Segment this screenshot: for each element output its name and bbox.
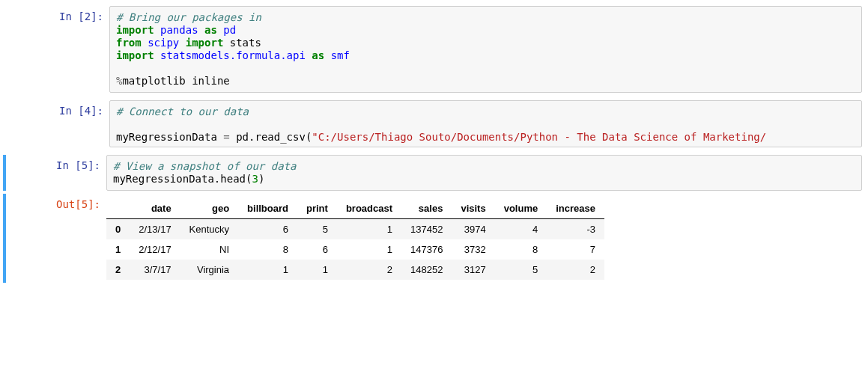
- kw-import: import: [116, 49, 154, 61]
- table-corner: [106, 198, 130, 219]
- code-cell-5[interactable]: In [5]: # View a snapshot of our data my…: [3, 155, 862, 191]
- table-row: 0 2/13/17 Kentucky 6 5 1 137452 3974 4 -…: [106, 219, 604, 240]
- comment: # View a snapshot of our data: [113, 160, 296, 172]
- code-input-area[interactable]: # View a snapshot of our data myRegressi…: [106, 155, 862, 191]
- row-index: 1: [106, 239, 130, 260]
- cell-date: 2/13/17: [130, 219, 180, 240]
- cell-sales: 137452: [401, 219, 452, 240]
- dataframe-table: date geo billboard print broadcast sales…: [106, 198, 604, 280]
- kw-import: import: [116, 24, 154, 36]
- code-scroll[interactable]: # Connect to our data myRegressionData =…: [116, 105, 855, 147]
- kw-as: as: [204, 24, 217, 36]
- output-cell-5: Out[5]: date geo billboard print broadca…: [3, 194, 862, 283]
- module-stats: stats: [230, 37, 261, 49]
- cell-volume: 5: [495, 260, 547, 280]
- magic-arg: inline: [186, 75, 230, 87]
- notebook: In [2]: # Bring our packages in import p…: [0, 0, 868, 296]
- module-pandas: pandas: [160, 24, 198, 36]
- cell-volume: 8: [495, 239, 547, 260]
- paren-close: ): [258, 173, 264, 185]
- table-row: 1 2/12/17 NI 8 6 1 147376 3732 8 7: [106, 239, 604, 260]
- code-input-area[interactable]: # Bring our packages in import pandas as…: [109, 6, 862, 93]
- cell-visits: 3127: [452, 260, 494, 280]
- output-prompt: Out[5]:: [6, 194, 106, 283]
- code-content: # View a snapshot of our data myRegressi…: [113, 160, 855, 186]
- kw-from: from: [116, 37, 142, 49]
- comment: # Bring our packages in: [116, 11, 261, 23]
- cell-increase: -3: [547, 219, 604, 240]
- cell-visits: 3974: [452, 219, 494, 240]
- fn-read-csv: pd.read_csv(: [230, 131, 312, 143]
- comment: # Connect to our data: [116, 105, 249, 117]
- code-cell-4[interactable]: In [4]: # Connect to our data myRegressi…: [6, 100, 862, 147]
- row-index: 2: [106, 260, 130, 280]
- cell-sales: 148252: [401, 260, 452, 280]
- col-visits: visits: [452, 198, 494, 219]
- code-content: # Bring our packages in import pandas as…: [116, 11, 855, 88]
- cell-visits: 3732: [452, 239, 494, 260]
- col-billboard: billboard: [238, 198, 297, 219]
- col-increase: increase: [547, 198, 604, 219]
- file-path-string: "C:/Users/Thiago Souto/Documents/Python …: [312, 131, 766, 143]
- cell-date: 2/12/17: [130, 239, 180, 260]
- cell-billboard: 8: [238, 239, 297, 260]
- cell-broadcast: 2: [337, 260, 401, 280]
- code-content: # Connect to our data myRegressionData =…: [116, 105, 855, 147]
- cell-increase: 2: [547, 260, 604, 280]
- cell-geo: Kentucky: [180, 219, 238, 240]
- input-prompt: In [5]:: [6, 155, 106, 191]
- cell-print: 6: [297, 239, 337, 260]
- var-name: myRegressionData: [116, 131, 223, 143]
- input-prompt: In [4]:: [6, 100, 109, 147]
- cell-sales: 147376: [401, 239, 452, 260]
- module-scipy: scipy: [148, 37, 179, 49]
- code-cell-2[interactable]: In [2]: # Bring our packages in import p…: [6, 6, 862, 93]
- code-input-area[interactable]: # Connect to our data myRegressionData =…: [109, 100, 862, 147]
- output-area: date geo billboard print broadcast sales…: [106, 194, 862, 283]
- cell-date: 3/7/17: [130, 260, 180, 280]
- kw-as: as: [312, 49, 324, 61]
- cell-billboard: 1: [238, 260, 297, 280]
- alias-pd: pd: [223, 24, 236, 36]
- cell-broadcast: 1: [337, 239, 401, 260]
- table-header-row: date geo billboard print broadcast sales…: [106, 198, 604, 219]
- col-sales: sales: [401, 198, 452, 219]
- table-row: 2 3/7/17 Virginia 1 1 2 148252 3127 5 2: [106, 260, 604, 280]
- kw-import: import: [186, 37, 224, 49]
- col-print: print: [297, 198, 337, 219]
- cell-geo: Virginia: [180, 260, 238, 280]
- arg-num: 3: [252, 173, 258, 185]
- alias-smf: smf: [331, 49, 350, 61]
- cell-volume: 4: [495, 219, 547, 240]
- module-statsmodels: statsmodels.formula.api: [160, 49, 306, 61]
- cell-broadcast: 1: [337, 219, 401, 240]
- col-broadcast: broadcast: [337, 198, 401, 219]
- col-volume: volume: [495, 198, 547, 219]
- fn-head: myRegressionData.head(: [113, 173, 252, 185]
- col-date: date: [130, 198, 180, 219]
- input-prompt: In [2]:: [6, 6, 109, 93]
- cell-geo: NI: [180, 239, 238, 260]
- equals: =: [223, 131, 229, 143]
- magic-matplotlib: matplotlib: [122, 75, 185, 87]
- cell-print: 5: [297, 219, 337, 240]
- cell-print: 1: [297, 260, 337, 280]
- cell-increase: 7: [547, 239, 604, 260]
- col-geo: geo: [180, 198, 238, 219]
- cell-billboard: 6: [238, 219, 297, 240]
- row-index: 0: [106, 219, 130, 240]
